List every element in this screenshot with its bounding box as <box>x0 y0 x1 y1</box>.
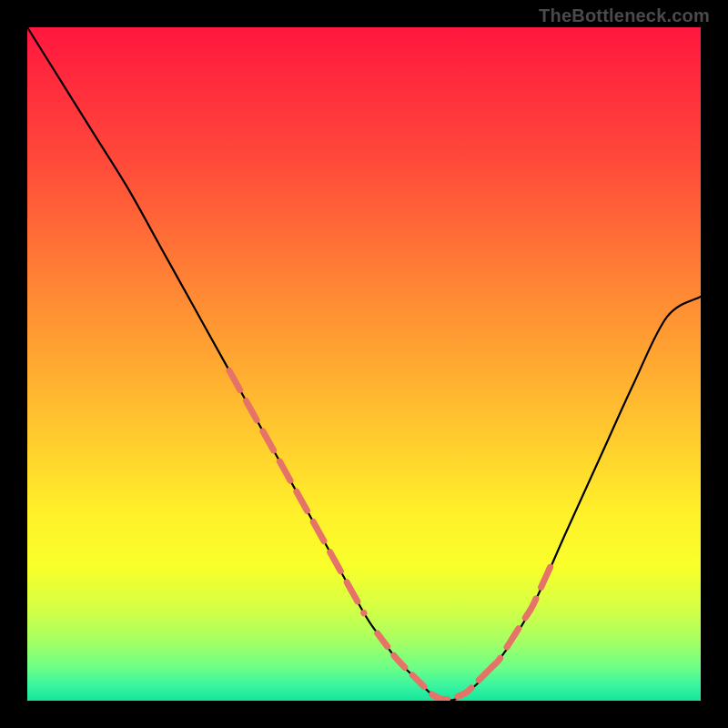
watermark-text: TheBottleneck.com <box>539 5 710 26</box>
dashed-overlay-floor <box>378 633 485 700</box>
bottleneck-curve <box>27 27 701 701</box>
plot-area <box>27 27 701 701</box>
dashed-overlay-right <box>485 562 552 674</box>
chart-frame: TheBottleneck.com <box>0 0 728 728</box>
curve-layer <box>27 27 701 701</box>
